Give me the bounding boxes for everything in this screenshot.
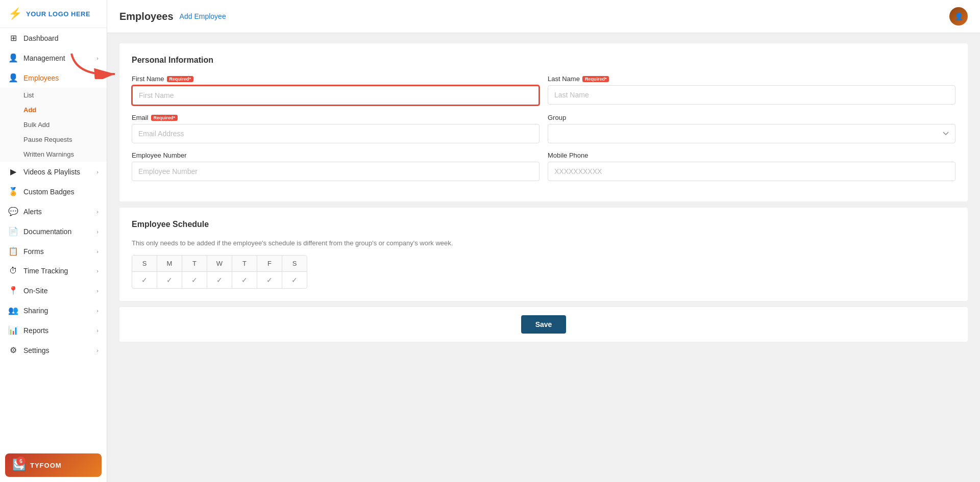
sidebar-item-label: On-Site — [23, 287, 47, 295]
sidebar-item-documentation[interactable]: 📄 Documentation › — [0, 221, 107, 241]
logo-text: YOUR LOGO HERE — [26, 10, 90, 18]
employee-number-input[interactable] — [132, 162, 540, 181]
page-title: Employees — [119, 11, 174, 22]
personal-info-card: Personal Information First Name Required… — [119, 43, 968, 201]
schedule-description: This only needs to be added if the emplo… — [132, 239, 955, 247]
group-select[interactable] — [548, 124, 955, 143]
schedule-day-sun: S — [132, 256, 157, 272]
schedule-day-wed: W — [207, 256, 232, 272]
sidebar-item-reports[interactable]: 📊 Reports › — [0, 320, 107, 340]
sidebar-item-label: Employees — [23, 74, 59, 82]
on-site-icon: 📍 — [8, 286, 18, 295]
add-employee-link[interactable]: Add Employee — [180, 12, 226, 20]
chevron-right-icon: › — [96, 229, 99, 235]
sidebar-item-label: Documentation — [23, 227, 71, 236]
email-input[interactable] — [132, 124, 540, 143]
settings-icon: ⚙ — [8, 345, 18, 355]
employee-phone-row: Employee Number Mobile Phone — [132, 151, 955, 181]
sidebar-item-employees[interactable]: 👤 Employees — [0, 68, 107, 88]
schedule-col-wed: W ✓ — [207, 256, 232, 288]
submenu-bulk-add[interactable]: Bulk Add — [23, 117, 107, 132]
management-icon: 👤 — [8, 53, 18, 63]
mobile-phone-input[interactable] — [548, 162, 955, 181]
sidebar-item-dashboard[interactable]: ⊞ Dashboard — [0, 28, 107, 48]
chevron-right-icon: › — [96, 288, 99, 294]
header-left: Employees Add Employee — [119, 11, 226, 22]
sidebar-item-label: Alerts — [23, 208, 42, 216]
tyfoom-button[interactable]: 6 🔄 TYFOOM — [5, 453, 102, 477]
submenu-pause-requests[interactable]: Pause Requests — [23, 132, 107, 147]
submenu-add[interactable]: Add — [23, 103, 107, 117]
notification-badge: 6 — [16, 456, 26, 466]
schedule-check-thu[interactable]: ✓ — [232, 272, 257, 288]
chevron-right-icon: › — [96, 268, 99, 274]
first-name-group: First Name Required* — [132, 75, 540, 106]
last-name-label: Last Name Required* — [548, 75, 955, 83]
reports-icon: 📊 — [8, 325, 18, 335]
forms-icon: 📋 — [8, 246, 18, 256]
email-group: Email Required* — [132, 114, 540, 143]
chevron-right-icon: › — [96, 308, 99, 314]
first-name-label: First Name Required* — [132, 75, 540, 83]
sidebar-item-settings[interactable]: ⚙ Settings › — [0, 340, 107, 360]
sidebar-item-time-tracking[interactable]: ⏱ Time Tracking › — [0, 261, 107, 281]
last-name-input[interactable] — [548, 85, 955, 105]
sidebar-item-label: Time Tracking — [23, 267, 68, 275]
avatar[interactable]: 👤 — [949, 7, 968, 26]
schedule-col-tue: T ✓ — [182, 256, 207, 288]
schedule-grid: S ✓ M ✓ T ✓ W ✓ T ✓ — [132, 255, 307, 289]
last-name-group: Last Name Required* — [548, 75, 955, 106]
schedule-check-fri[interactable]: ✓ — [257, 272, 282, 288]
tyfoom-label: TYFOOM — [30, 462, 62, 469]
schedule-card: Employee Schedule This only needs to be … — [119, 208, 968, 301]
page-content: Personal Information First Name Required… — [107, 33, 980, 482]
sidebar-item-videos[interactable]: ▶ Videos & Playlists › — [0, 162, 107, 182]
sidebar-item-management[interactable]: 👤 Management › — [0, 48, 107, 68]
sidebar-item-label: Sharing — [23, 307, 48, 315]
save-area: Save — [119, 307, 968, 342]
sidebar-item-label: Dashboard — [23, 34, 59, 42]
chevron-right-icon: › — [96, 209, 99, 215]
group-label: Group — [548, 114, 955, 121]
dashboard-icon: ⊞ — [8, 33, 18, 43]
schedule-check-sun[interactable]: ✓ — [132, 272, 157, 288]
sidebar-item-on-site[interactable]: 📍 On-Site › — [0, 281, 107, 300]
schedule-col-sun: S ✓ — [132, 256, 157, 288]
sidebar-item-custom-badges[interactable]: 🏅 Custom Badges — [0, 182, 107, 201]
sharing-icon: 👥 — [8, 306, 18, 315]
required-badge: Required* — [151, 115, 178, 121]
sidebar-item-label: Videos & Playlists — [23, 168, 80, 176]
first-name-input[interactable] — [132, 85, 540, 106]
chevron-right-icon: › — [96, 248, 99, 255]
schedule-day-tue: T — [182, 256, 207, 272]
schedule-check-wed[interactable]: ✓ — [207, 272, 232, 288]
schedule-day-sat: S — [282, 256, 307, 272]
email-label: Email Required* — [132, 114, 540, 121]
chevron-right-icon: › — [96, 55, 99, 61]
sidebar-item-label: Forms — [23, 247, 44, 256]
submenu-list[interactable]: List — [23, 88, 107, 103]
main-content: Employees Add Employee 👤 Personal Inform… — [107, 0, 980, 482]
save-button[interactable]: Save — [521, 315, 567, 334]
schedule-check-tue[interactable]: ✓ — [182, 272, 207, 288]
schedule-check-sat[interactable]: ✓ — [282, 272, 307, 288]
name-row: First Name Required* Last Name Required* — [132, 75, 955, 106]
schedule-title: Employee Schedule — [132, 220, 955, 229]
email-group-row: Email Required* Group — [132, 114, 955, 143]
documentation-icon: 📄 — [8, 226, 18, 236]
sidebar-item-alerts[interactable]: 💬 Alerts › — [0, 201, 107, 221]
mobile-phone-group: Mobile Phone — [548, 151, 955, 181]
badges-icon: 🏅 — [8, 187, 18, 196]
page-header: Employees Add Employee 👤 — [107, 0, 980, 33]
logo-area: ⚡ YOUR LOGO HERE — [0, 0, 107, 28]
sidebar-item-forms[interactable]: 📋 Forms › — [0, 241, 107, 261]
submenu-written-warnings[interactable]: Written Warnings — [23, 147, 107, 162]
chevron-right-icon: › — [96, 327, 99, 334]
sidebar-item-sharing[interactable]: 👥 Sharing › — [0, 300, 107, 320]
schedule-day-mon: M — [157, 256, 182, 272]
schedule-check-mon[interactable]: ✓ — [157, 272, 182, 288]
mobile-phone-label: Mobile Phone — [548, 151, 955, 159]
logo-icon: ⚡ — [8, 7, 22, 20]
sidebar-item-label: Custom Badges — [23, 188, 75, 196]
sidebar-item-label: Reports — [23, 326, 48, 335]
